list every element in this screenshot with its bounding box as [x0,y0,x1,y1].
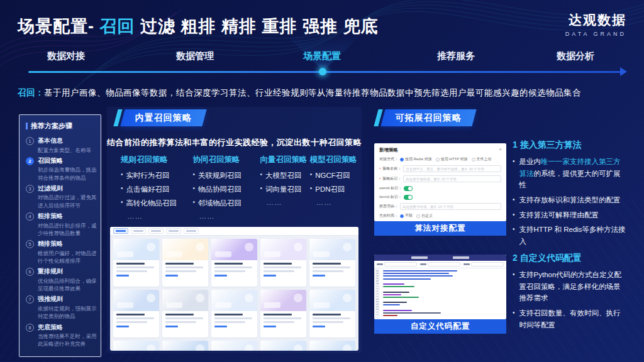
userid-toggle[interactable] [404,186,413,191]
strategy-key-input[interactable]: 由任意字母组成，最长 20 个字符 [403,175,501,182]
gallery-tab[interactable] [131,228,146,234]
strategy-card[interactable] [162,341,208,351]
nav-item-3[interactable]: 场景配置 [303,50,341,62]
custom-code-screenshot [374,255,506,319]
extensible-recall-panel: 可拓展召回策略 新增策略 × 对接方式： 使用 Redis 对接使用 HTTP … [371,107,630,353]
step-number: 7 [26,295,34,304]
card-illustration [309,290,355,311]
feature-bullet: •支持Python代码的方式自定义配置召回策略，满足多样化的场景推荐需求 [513,269,627,304]
gallery-tab-bar [110,227,358,236]
builtin-intro: 结合前沿的推荐算法和丰富的行业实践经验，沉淀出数十种召回策略 [107,137,362,148]
userid-label: userid 标识： [379,185,402,191]
sidebar-step[interactable]: 3过滤规则对物品进行过滤，避免其进入后续排序环节 [26,184,97,209]
bullet-icon: • [310,171,313,180]
nav-item-1[interactable]: 数据对接 [47,50,85,62]
connect-mode-option[interactable]: 使用 Redis 对接 [400,156,432,162]
sidebar-step[interactable]: 7强推规则依据特定规则，强制展示特定类别的物品 [26,295,97,320]
strategy-card[interactable] [113,290,159,337]
sidebar-step[interactable]: 5精排策略根据用户偏好，对物品进行个性化精准排序 [26,239,97,265]
step-title: 兜底策略 [38,323,97,332]
code-editor-fields [374,261,506,268]
card-text-bar [264,270,294,272]
effective-time-option[interactable]: 自定义 [416,213,433,219]
strategy-name-input[interactable]: 仅支持中文、英文、数字和下划线，最长 30 个字符 [403,165,501,172]
bullet-icon: • [513,270,515,304]
sidebar-step[interactable]: 4粗排策略对物品进行初步排序，减少待推荐物品数量 [26,212,97,237]
strategy-card[interactable] [113,341,159,351]
gallery-tab[interactable] [184,228,199,234]
card-text-bar [214,321,245,323]
connect-mode-option[interactable]: 使用 HTTP 对接 [436,156,468,162]
card-illustration [309,341,355,351]
recall-item-label: 实时行为召回 [126,171,170,180]
sidebar-step[interactable]: 1基本信息配置方案类型、名称等 [26,136,97,154]
gallery-tab[interactable] [166,228,181,234]
card-illustration [162,239,208,260]
nav-item-2[interactable]: 数据管理 [176,50,214,62]
connect-mode-option-label: 文件上传 [477,156,492,162]
card-text-bar [116,314,145,315]
step-body: 基本信息配置方案类型、名称等 [38,136,97,154]
connect-mode-option[interactable]: 文件上传 [472,156,492,162]
card-text-bar [116,266,154,268]
step-desc: 对物品进行初步排序，减少待推荐物品数量 [38,222,97,238]
card-body [260,311,306,327]
sidebar-step[interactable]: 8兜底策略当推荐结果不足时，采用此策略进行补充完善 [26,323,97,348]
effective-time-option-label: 不限 [405,213,413,219]
strategy-card[interactable] [309,290,355,337]
card-body [211,311,257,327]
strategy-card[interactable] [309,239,355,287]
itemid-toggle[interactable] [404,195,413,200]
recall-term: 召回： [18,88,44,97]
strategy-card[interactable] [211,290,257,337]
strategy-card[interactable] [211,239,257,287]
card-text-bar [214,317,252,319]
strategy-card[interactable] [211,341,257,351]
code-editor-tabs [374,255,506,261]
close-icon[interactable]: × [499,146,502,152]
strategy-card[interactable] [162,290,208,337]
strategy-gallery-screenshot [110,227,358,351]
strategy-card[interactable] [309,341,355,351]
gallery-tab[interactable] [148,228,164,234]
step-number: 8 [26,324,34,332]
card-text-bar [313,317,350,319]
radio-icon [472,158,475,162]
sidebar-step[interactable]: 6重排规则优化物品排列组合，确保呈现最佳推荐效果 [26,267,97,292]
card-text-bar [214,275,227,277]
card-body [260,260,306,277]
card-illustration [309,239,355,260]
card-illustration [162,290,208,311]
strategy-card[interactable] [162,239,208,287]
recall-item: •高转化物品召回 [121,199,192,208]
recall-item: •实时行为召回 [121,171,192,180]
extensible-tab-badge: 可拓展召回策略 [376,109,474,126]
strategy-card[interactable] [260,290,306,337]
feature-point-1: 1 接入第三方算法•是业内唯一一家支持接入第三方算法的系统，提供更大的可扩展性•… [513,140,627,250]
step-body: 粗排策略对物品进行初步排序，减少待推荐物品数量 [38,212,97,237]
effective-time-option[interactable]: 不限 [400,213,413,219]
reason-input[interactable]: 由任意数字组成，最长 15 个字符 [400,203,501,210]
sidebar-step[interactable]: 2召回策略初步筛选海量物品，挑选符合推荐条件的物品 [26,156,97,182]
card-text-bar [313,326,325,327]
strategy-card[interactable] [260,341,306,351]
sidebar-title: 推荐方案步骤 [26,121,97,131]
step-desc: 根据用户偏好，对物品进行个性化精准排序 [38,250,97,265]
required-mark: * [379,167,380,171]
bullet-icon: • [121,199,123,208]
nav-item-4[interactable]: 推荐服务 [437,50,475,62]
bullet-icon: • [310,185,313,194]
recall-item: •大模型召回 [260,171,309,180]
strategy-card[interactable] [113,239,159,287]
gallery-tab[interactable] [113,228,128,234]
step-desc: 配置方案类型、名称等 [38,146,97,154]
card-illustration [211,290,257,311]
card-illustration [113,290,159,311]
nav-item-5[interactable]: 数据分析 [557,50,594,62]
strategy-card[interactable] [260,239,306,287]
feature-point-2: 2 自定义代码配置•支持Python代码的方式自定义配置召回策略，满足多样化的场… [513,253,627,334]
card-illustration [211,341,257,351]
timeline-active-dot [319,68,326,75]
bullet-icon: • [513,195,515,206]
recall-column: 向量召回策略•大模型召回•词向量召回…… [260,155,309,224]
